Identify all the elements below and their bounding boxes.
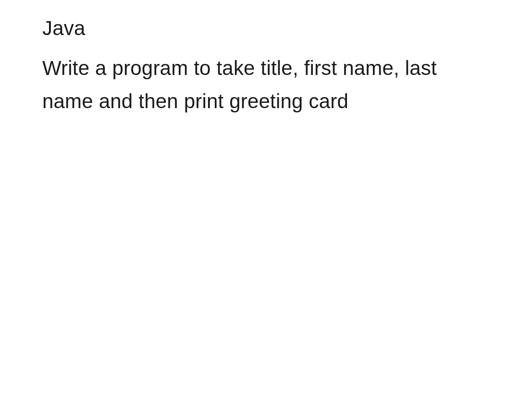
document-content: Java Write a program to take title, firs… <box>42 14 477 118</box>
body-text: Write a program to take title, first nam… <box>42 51 477 118</box>
heading-text: Java <box>42 14 477 43</box>
